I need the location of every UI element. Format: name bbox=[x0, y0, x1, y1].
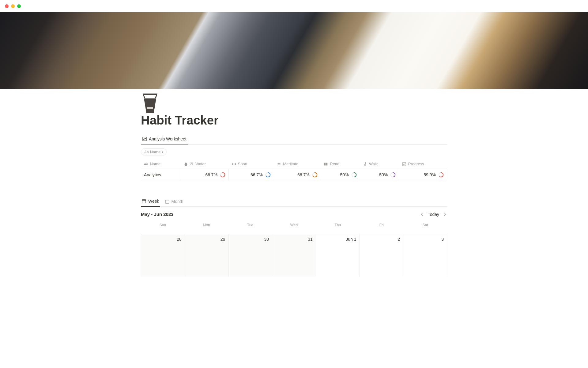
page-title[interactable]: Habit Tracker bbox=[141, 113, 447, 127]
col-water-header[interactable]: 2L Water bbox=[181, 159, 228, 169]
dumbbell-icon bbox=[232, 162, 236, 166]
progress-ring-icon bbox=[220, 172, 225, 178]
traffic-lights bbox=[5, 4, 21, 8]
maximize-window-button[interactable] bbox=[17, 4, 21, 8]
dayhdr-sun: Sun bbox=[141, 220, 185, 230]
col-read-header[interactable]: Read bbox=[321, 159, 360, 169]
chevron-right-icon bbox=[443, 212, 447, 217]
analysis-tabs: Analysis Worksheet bbox=[141, 135, 447, 145]
col-sport-header[interactable]: Sport bbox=[229, 159, 274, 169]
chevron-left-icon bbox=[420, 212, 424, 217]
tab-label: Analysis Worksheet bbox=[149, 136, 187, 141]
close-window-button[interactable] bbox=[5, 4, 9, 8]
cell-walk: 50% bbox=[360, 169, 399, 181]
next-week-button[interactable] bbox=[443, 212, 447, 217]
calendar-cell[interactable]: Jun 1 bbox=[316, 234, 360, 277]
calendar-icon bbox=[141, 199, 146, 204]
page-cover-image[interactable] bbox=[0, 12, 588, 89]
calendar-cell[interactable]: 29 bbox=[185, 234, 229, 277]
calendar-nav: Today bbox=[420, 212, 447, 217]
col-name-header[interactable]: AaName bbox=[141, 159, 181, 169]
progress-ring-icon bbox=[265, 172, 271, 178]
filter-label: Name bbox=[150, 150, 161, 154]
tab-week[interactable]: Week bbox=[141, 197, 160, 207]
progress-ring-icon bbox=[312, 172, 318, 178]
progress-ring-icon bbox=[390, 172, 396, 178]
dayhdr-sat: Sat bbox=[403, 220, 447, 230]
calendar-cell[interactable]: 30 bbox=[228, 234, 272, 277]
tab-month[interactable]: Month bbox=[164, 197, 184, 206]
col-progress-header[interactable]: Progress bbox=[399, 159, 447, 169]
page-icon[interactable] bbox=[141, 94, 159, 114]
svg-rect-0 bbox=[147, 107, 153, 109]
minimize-window-button[interactable] bbox=[11, 4, 15, 8]
today-button[interactable]: Today bbox=[428, 212, 439, 217]
svg-rect-19 bbox=[142, 200, 146, 203]
prev-week-button[interactable] bbox=[420, 212, 424, 217]
svg-rect-5 bbox=[235, 163, 236, 165]
col-walk-header[interactable]: Walk bbox=[360, 159, 399, 169]
analysis-table: AaName 2L Water Sport Meditate Read Walk… bbox=[141, 159, 447, 181]
filter-name-pill[interactable]: Aa Name ▾ bbox=[141, 148, 167, 155]
cell-meditate: 66.7% bbox=[274, 169, 321, 181]
svg-rect-21 bbox=[165, 200, 169, 203]
calendar-cell[interactable]: 3 bbox=[403, 234, 447, 277]
progress-ring-icon bbox=[351, 172, 357, 178]
dayhdr-tue: Tue bbox=[228, 220, 272, 230]
calendar-header: May - Jun 2023 Today bbox=[141, 212, 447, 217]
walk-icon bbox=[363, 162, 367, 166]
svg-rect-1 bbox=[232, 163, 232, 165]
calendar-range-label: May - Jun 2023 bbox=[141, 212, 174, 217]
calendar-icon bbox=[165, 199, 170, 204]
cell-water: 66.7% bbox=[181, 169, 228, 181]
window-titlebar bbox=[0, 0, 588, 12]
text-property-icon: Aa bbox=[144, 150, 149, 154]
coffee-cup-icon bbox=[141, 94, 159, 114]
cell-read: 50% bbox=[321, 169, 360, 181]
chart-line-icon bbox=[142, 136, 147, 141]
drop-icon bbox=[184, 162, 188, 166]
dayhdr-thu: Thu bbox=[316, 220, 360, 230]
progress-ring-icon bbox=[438, 172, 444, 178]
chevron-down-icon: ▾ bbox=[162, 150, 163, 154]
book-icon bbox=[324, 162, 328, 166]
dayhdr-wed: Wed bbox=[272, 220, 316, 230]
tab-analysis-worksheet[interactable]: Analysis Worksheet bbox=[141, 135, 188, 144]
chart-icon bbox=[402, 162, 406, 166]
dayhdr-mon: Mon bbox=[185, 220, 228, 230]
cell-name: Analytics bbox=[141, 169, 181, 181]
col-meditate-header[interactable]: Meditate bbox=[274, 159, 321, 169]
cell-progress: 59.9% bbox=[399, 169, 447, 181]
calendar-day-headers: Sun Mon Tue Wed Thu Fri Sat bbox=[141, 220, 447, 230]
calendar-cell[interactable]: 28 bbox=[141, 234, 185, 277]
calendar-grid: 28 29 30 31 Jun 1 2 3 bbox=[141, 234, 447, 277]
dayhdr-fri: Fri bbox=[360, 220, 403, 230]
calendar-cell[interactable]: 2 bbox=[360, 234, 404, 277]
svg-point-6 bbox=[365, 162, 366, 163]
calendar-cell[interactable]: 31 bbox=[272, 234, 316, 277]
cell-sport: 66.7% bbox=[229, 169, 274, 181]
svg-rect-3 bbox=[233, 164, 235, 164]
svg-rect-4 bbox=[235, 163, 235, 165]
calendar-view-tabs: Week Month bbox=[141, 197, 447, 207]
table-row[interactable]: Analytics 66.7% 66.7% 66.7% 50% 50% 59.9… bbox=[141, 169, 447, 181]
svg-rect-2 bbox=[232, 163, 233, 165]
lotus-icon bbox=[277, 162, 281, 166]
